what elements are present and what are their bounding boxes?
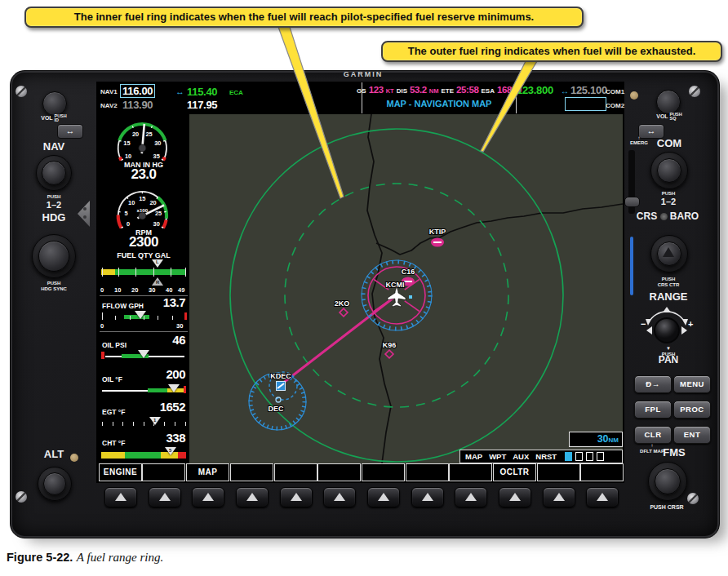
nav-volume-knob[interactable] [42,91,67,116]
push-pan-label: ▼ PUSH PAN [644,346,693,365]
range-joystick[interactable]: − + [640,302,694,349]
push-crsr-label: PUSH CRSR [641,504,692,510]
figure-caption: Figure 5-22. A fuel range ring. [7,550,163,565]
figure-page: GARMIN VOL PUSHID ↔ NAV PUSH 1–2 HDG PUS… [0,0,728,576]
softkey-arrow-icon [378,493,389,501]
nav-frequency-transfer-button[interactable]: ↔ [57,124,83,139]
com-frequency-block: 123.800 ↔ 125.100 COM1 118.000 120.600 C… [514,82,624,114]
tab-nrst[interactable]: NRST [535,452,557,461]
nav-inner-knob[interactable] [42,161,66,185]
svg-text:25: 25 [145,131,152,138]
bezel-slider-handle[interactable] [624,197,640,207]
navigation-map: KTIP C16 2KO K96 KDEC DEC [189,114,623,463]
direct-to-button[interactable]: Đ→ [634,375,672,393]
screw-icon [16,491,27,503]
fuel-tick: 40 [166,286,172,294]
knob-glyph-icon [660,213,668,220]
push-label: PUSH [29,194,78,199]
range-plus: + [688,319,693,329]
svg-text:10: 10 [128,199,135,206]
fms-knob-label: FMS [658,446,690,459]
gs-value: 123 [369,85,384,95]
fuel-tick: 49 [178,286,184,294]
fuel-qty-label: FUEL QTY GAL [101,251,186,259]
fms-inner-knob[interactable] [655,468,681,494]
tab-aux[interactable]: AUX [513,452,529,461]
softkey-arrow-icon [334,493,345,501]
page-indicator-active [565,452,572,461]
cht-label: CHT °F [102,439,125,447]
softkey-button-10[interactable] [499,487,531,507]
fuel-tick: 30 [149,286,155,294]
softkey-button-12[interactable] [586,487,619,507]
small-airport-marker [409,295,412,299]
svg-text:K96: K96 [383,341,397,349]
clr-button[interactable]: CLR [634,426,672,444]
com-inner-knob[interactable] [657,158,681,183]
softkey-label-row: ENGINE MAP OCLTR [98,463,624,481]
egt-bar: 1 [101,419,186,426]
nav-knob-label: NAV [29,140,78,153]
joystick-knob[interactable] [655,318,679,343]
ete-value: 25:58 [456,85,478,95]
com-volume-knob[interactable] [656,90,681,114]
dis-value: 53.2 [410,85,427,95]
softkey-arrow-icon [465,493,477,501]
fpl-button[interactable]: FPL [634,401,672,419]
svg-text:15: 15 [123,140,130,147]
gs-label: GS [357,87,366,95]
crs-baro-label: CRS BARO [628,210,707,222]
menu-button[interactable]: MENU [673,375,711,393]
softkey-button-5[interactable] [280,487,313,507]
hdg-knob-center[interactable] [38,241,69,272]
softkey-button-4[interactable] [236,487,269,507]
svg-text:20: 20 [132,131,139,138]
ent-button[interactable]: ENT [673,426,711,444]
proc-button[interactable]: PROC [673,401,711,419]
softkey-button-9[interactable] [455,487,487,507]
nav2-active-frequency: 113.90 [122,99,153,111]
softkey-label [580,463,624,481]
cht-value: 338 [166,431,185,445]
oil-psi-value: 46 [172,333,185,347]
svg-text:5: 5 [125,210,128,217]
egt-label: EGT °F [102,408,125,416]
softkey-label [317,463,361,481]
oil-psi-bar [101,352,186,360]
fflow-pointer [135,311,146,319]
tab-map[interactable]: MAP [465,452,482,461]
tab-wpt[interactable]: WPT [489,452,506,461]
callout-inner-fuel-ring: The inner fuel ring indicates when the f… [24,7,584,28]
fflow-max: 30 [176,322,183,330]
softkey-button-8[interactable] [411,487,444,507]
oil-temp-label: OIL °F [102,375,122,383]
caption-label: Figure 5-22. [7,551,73,564]
com1-active-frequency: 123.800 [517,84,553,96]
river-branch-line [376,204,623,255]
callout-outer-fuel-ring: The outer fuel ring indicates when fuel … [381,41,722,62]
screw-icon [16,86,27,97]
svg-text:C16: C16 [402,268,415,276]
com-1-2-label: 1–2 [644,197,693,206]
softkey-button-11[interactable] [543,487,575,507]
arrowhead-icon [682,319,688,326]
softkey-button-7[interactable] [367,487,400,507]
softkey-button-2[interactable] [149,487,181,507]
softkey-button-6[interactable] [323,487,356,507]
page-indicator [597,452,604,461]
svg-text:15: 15 [139,195,145,202]
softkey-button-1[interactable] [104,487,137,507]
waypoint-kdec: KDEC [270,372,291,391]
svg-text:0: 0 [127,220,130,228]
softkey-arrow-icon [246,493,258,501]
softkey-label [406,463,449,481]
alt-inner-knob[interactable] [43,472,66,495]
emerg-label: ↑EMERG [625,135,653,145]
waypoint-kcmi-label: KCMI [386,281,405,289]
rpm-multiplier: x100 [137,207,149,213]
ownship-aircraft-icon [388,286,406,307]
softkey-button-3[interactable] [192,487,224,507]
nav-transfer-arrow-icon: ↔ [175,86,184,96]
map-range-readout: 30NM [569,432,623,447]
blue-trim-strip [630,237,633,295]
